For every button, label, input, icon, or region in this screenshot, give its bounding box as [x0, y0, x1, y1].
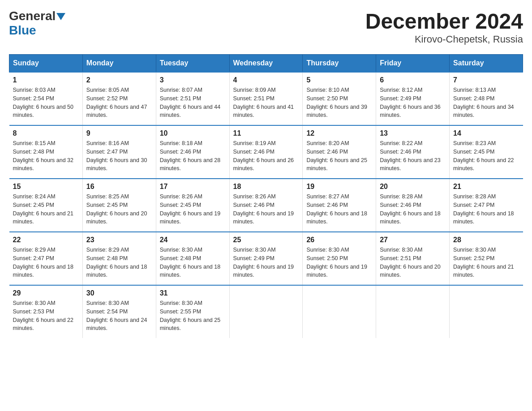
daylight-text: Daylight: 6 hours and 25 minutes.: [306, 157, 367, 172]
col-monday: Monday: [82, 55, 156, 73]
sunrise-text: Sunrise: 8:27 AM: [306, 193, 349, 200]
sunrise-text: Sunrise: 8:10 AM: [306, 87, 349, 93]
table-row: 17 Sunrise: 8:26 AM Sunset: 2:45 PM Dayl…: [156, 179, 229, 232]
day-info: Sunrise: 8:12 AM Sunset: 2:49 PM Dayligh…: [380, 86, 446, 120]
daylight-text: Daylight: 6 hours and 41 minutes.: [233, 104, 294, 119]
sunrise-text: Sunrise: 8:19 AM: [233, 140, 276, 146]
table-row: 20 Sunrise: 8:28 AM Sunset: 2:46 PM Dayl…: [376, 179, 450, 232]
daylight-text: Daylight: 6 hours and 50 minutes.: [13, 104, 74, 119]
daylight-text: Daylight: 6 hours and 26 minutes.: [233, 157, 294, 172]
daylight-text: Daylight: 6 hours and 23 minutes.: [380, 157, 441, 172]
day-info: Sunrise: 8:09 AM Sunset: 2:51 PM Dayligh…: [233, 86, 299, 120]
sunrise-text: Sunrise: 8:26 AM: [233, 193, 276, 200]
table-row: 10 Sunrise: 8:18 AM Sunset: 2:46 PM Dayl…: [156, 125, 229, 179]
col-friday: Friday: [376, 55, 450, 73]
sunrise-text: Sunrise: 8:30 AM: [233, 247, 276, 253]
day-info: Sunrise: 8:19 AM Sunset: 2:46 PM Dayligh…: [233, 139, 299, 173]
table-row: 21 Sunrise: 8:28 AM Sunset: 2:47 PM Dayl…: [450, 179, 523, 232]
col-saturday: Saturday: [450, 55, 523, 73]
sunset-text: Sunset: 2:45 PM: [86, 202, 128, 208]
sunset-text: Sunset: 2:54 PM: [13, 95, 54, 102]
sunrise-text: Sunrise: 8:18 AM: [160, 140, 202, 146]
day-number: 9: [86, 129, 152, 137]
sunrise-text: Sunrise: 8:30 AM: [380, 247, 422, 253]
sunset-text: Sunset: 2:46 PM: [380, 202, 421, 208]
day-number: 1: [13, 76, 79, 84]
sunrise-text: Sunrise: 8:13 AM: [453, 87, 496, 93]
day-info: Sunrise: 8:30 AM Sunset: 2:54 PM Dayligh…: [86, 299, 152, 333]
table-row: [303, 285, 376, 338]
day-number: 10: [160, 129, 226, 137]
sunset-text: Sunset: 2:48 PM: [160, 255, 201, 261]
daylight-text: Daylight: 6 hours and 18 minutes.: [453, 210, 514, 225]
day-info: Sunrise: 8:30 AM Sunset: 2:50 PM Dayligh…: [306, 246, 372, 279]
table-row: 29 Sunrise: 8:30 AM Sunset: 2:53 PM Dayl…: [9, 285, 83, 338]
table-row: 28 Sunrise: 8:30 AM Sunset: 2:52 PM Dayl…: [450, 232, 523, 285]
day-number: 3: [160, 76, 226, 84]
day-info: Sunrise: 8:16 AM Sunset: 2:47 PM Dayligh…: [86, 139, 152, 173]
sunrise-text: Sunrise: 8:09 AM: [233, 87, 276, 93]
day-info: Sunrise: 8:23 AM Sunset: 2:45 PM Dayligh…: [453, 139, 519, 173]
day-number: 8: [13, 129, 79, 137]
table-row: 23 Sunrise: 8:29 AM Sunset: 2:48 PM Dayl…: [82, 232, 156, 285]
day-number: 26: [306, 236, 372, 244]
sunrise-text: Sunrise: 8:28 AM: [380, 193, 422, 200]
day-info: Sunrise: 8:27 AM Sunset: 2:46 PM Dayligh…: [306, 193, 372, 226]
table-row: 7 Sunrise: 8:13 AM Sunset: 2:48 PM Dayli…: [450, 72, 523, 125]
day-info: Sunrise: 8:22 AM Sunset: 2:46 PM Dayligh…: [380, 139, 446, 173]
sunset-text: Sunset: 2:54 PM: [86, 308, 128, 315]
day-number: 14: [453, 129, 519, 137]
table-row: 27 Sunrise: 8:30 AM Sunset: 2:51 PM Dayl…: [376, 232, 450, 285]
day-number: 19: [306, 183, 372, 191]
day-info: Sunrise: 8:05 AM Sunset: 2:52 PM Dayligh…: [86, 86, 152, 120]
sunset-text: Sunset: 2:52 PM: [86, 95, 128, 102]
daylight-text: Daylight: 6 hours and 25 minutes.: [160, 317, 221, 332]
table-row: 26 Sunrise: 8:30 AM Sunset: 2:50 PM Dayl…: [303, 232, 376, 285]
daylight-text: Daylight: 6 hours and 22 minutes.: [453, 157, 514, 172]
sunset-text: Sunset: 2:49 PM: [233, 255, 275, 261]
day-info: Sunrise: 8:30 AM Sunset: 2:48 PM Dayligh…: [160, 246, 226, 279]
day-info: Sunrise: 8:03 AM Sunset: 2:54 PM Dayligh…: [13, 86, 79, 120]
sunset-text: Sunset: 2:46 PM: [233, 149, 275, 155]
day-info: Sunrise: 8:30 AM Sunset: 2:49 PM Dayligh…: [233, 246, 299, 279]
day-number: 23: [86, 236, 152, 244]
day-number: 21: [453, 183, 519, 191]
calendar-week-row: 29 Sunrise: 8:30 AM Sunset: 2:53 PM Dayl…: [9, 285, 523, 338]
daylight-text: Daylight: 6 hours and 24 minutes.: [86, 317, 147, 332]
sunset-text: Sunset: 2:48 PM: [453, 95, 494, 102]
day-info: Sunrise: 8:15 AM Sunset: 2:48 PM Dayligh…: [13, 139, 79, 173]
sunrise-text: Sunrise: 8:23 AM: [453, 140, 496, 146]
sunset-text: Sunset: 2:46 PM: [306, 149, 348, 155]
logo-blue-text: Blue: [9, 23, 36, 38]
day-number: 30: [86, 289, 152, 297]
col-wednesday: Wednesday: [229, 55, 303, 73]
table-row: 25 Sunrise: 8:30 AM Sunset: 2:49 PM Dayl…: [229, 232, 303, 285]
day-info: Sunrise: 8:24 AM Sunset: 2:45 PM Dayligh…: [13, 193, 79, 226]
day-number: 20: [380, 183, 446, 191]
day-info: Sunrise: 8:29 AM Sunset: 2:47 PM Dayligh…: [13, 246, 79, 279]
daylight-text: Daylight: 6 hours and 36 minutes.: [380, 104, 441, 119]
calendar-table: Sunday Monday Tuesday Wednesday Thursday…: [9, 54, 523, 338]
day-number: 25: [233, 236, 299, 244]
day-number: 17: [160, 183, 226, 191]
daylight-text: Daylight: 6 hours and 20 minutes.: [86, 210, 147, 225]
page-header: General Blue December 2024 Kirovo-Chepet…: [9, 9, 523, 45]
day-info: Sunrise: 8:13 AM Sunset: 2:48 PM Dayligh…: [453, 86, 519, 120]
col-sunday: Sunday: [9, 55, 83, 73]
logo-triangle-icon: [56, 13, 65, 20]
sunrise-text: Sunrise: 8:26 AM: [160, 193, 202, 200]
day-number: 18: [233, 183, 299, 191]
day-number: 31: [160, 289, 226, 297]
sunrise-text: Sunrise: 8:30 AM: [160, 300, 202, 306]
sunset-text: Sunset: 2:49 PM: [380, 95, 421, 102]
table-row: 11 Sunrise: 8:19 AM Sunset: 2:46 PM Dayl…: [229, 125, 303, 179]
table-row: 18 Sunrise: 8:26 AM Sunset: 2:46 PM Dayl…: [229, 179, 303, 232]
sunset-text: Sunset: 2:46 PM: [306, 202, 348, 208]
calendar-header-row: Sunday Monday Tuesday Wednesday Thursday…: [9, 55, 523, 73]
daylight-text: Daylight: 6 hours and 18 minutes.: [160, 264, 221, 278]
day-info: Sunrise: 8:26 AM Sunset: 2:45 PM Dayligh…: [160, 193, 226, 226]
sunrise-text: Sunrise: 8:16 AM: [86, 140, 129, 146]
day-number: 2: [86, 76, 152, 84]
daylight-text: Daylight: 6 hours and 18 minutes.: [306, 210, 367, 225]
table-row: 15 Sunrise: 8:24 AM Sunset: 2:45 PM Dayl…: [9, 179, 83, 232]
